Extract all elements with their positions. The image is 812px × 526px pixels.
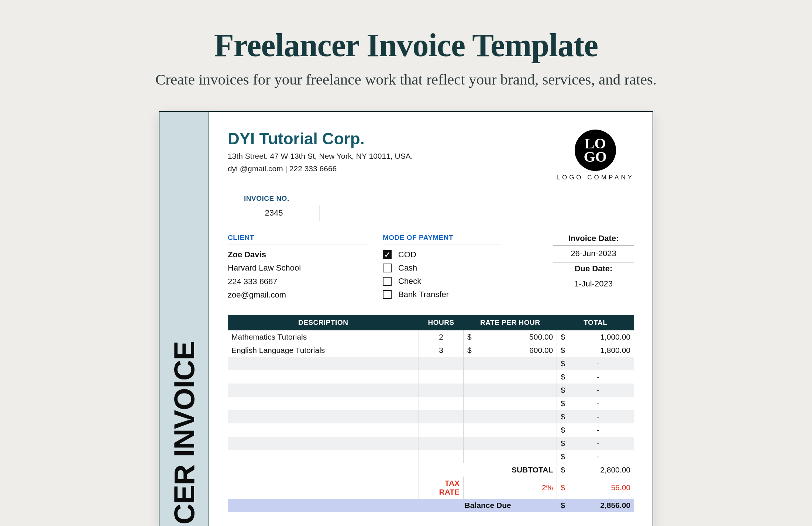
subtotal-value: $2,800.00 [557, 463, 634, 477]
payment-options: ✓CODCashCheckBank Transfer [383, 248, 501, 301]
payment-option[interactable]: Cash [383, 261, 501, 275]
cell-description [228, 384, 419, 397]
cell-hours [419, 450, 463, 463]
items-table: DESCRIPTION HOURS RATE PER HOUR TOTAL Ma… [228, 315, 634, 512]
tax-pct: 2% [464, 477, 557, 499]
table-row: $- [228, 423, 634, 437]
cell-hours [419, 437, 463, 450]
payment-option[interactable]: Bank Transfer [383, 288, 501, 301]
cell-hours: 3 [419, 344, 463, 357]
cell-rate [464, 357, 557, 370]
cell-total: $1,800.00 [557, 344, 634, 357]
cell-total: $- [557, 423, 634, 437]
invoice-no-value: 2345 [228, 205, 320, 221]
side-rail-label: FREELANCER INVOICE [167, 341, 201, 526]
cell-total: $- [557, 370, 634, 384]
cell-hours [419, 384, 463, 397]
table-row: $- [228, 357, 634, 370]
client-phone: 224 333 6667 [228, 275, 368, 288]
cell-hours [419, 370, 463, 384]
cell-description [228, 370, 419, 384]
logo-icon: LO GO [575, 130, 616, 171]
th-total: TOTAL [557, 315, 634, 330]
cell-description [228, 410, 419, 423]
cell-description [228, 450, 419, 463]
table-row: $- [228, 410, 634, 423]
payment-option[interactable]: ✓COD [383, 248, 501, 261]
cell-total: $1,000.00 [557, 330, 634, 344]
payment-option-label: Check [398, 275, 421, 288]
tax-value: $56.00 [557, 477, 634, 499]
cell-hours [419, 357, 463, 370]
th-rate: RATE PER HOUR [464, 315, 557, 330]
client-label: CLIENT [228, 234, 368, 244]
balance-value: $2,856.00 [557, 499, 634, 512]
checkbox-icon[interactable] [383, 290, 392, 299]
cell-total: $- [557, 437, 634, 450]
cell-rate [464, 437, 557, 450]
table-row: Mathematics Tutorials2$500.00$1,000.00 [228, 330, 634, 344]
tax-label: TAX RATE [419, 477, 463, 499]
cell-rate [464, 450, 557, 463]
cell-description: English Language Tutorials [228, 344, 419, 357]
table-row: English Language Tutorials3$600.00$1,800… [228, 344, 634, 357]
cell-rate [464, 370, 557, 384]
logo-block: LO GO LOGO COMPANY [556, 130, 634, 181]
cell-description [228, 357, 419, 370]
cell-rate [464, 410, 557, 423]
company-name: DYI Tutorial Corp. [228, 130, 413, 148]
cell-total: $- [557, 357, 634, 370]
cell-rate [464, 397, 557, 410]
checkbox-icon[interactable] [383, 277, 392, 286]
cell-rate [464, 384, 557, 397]
cell-rate: $500.00 [464, 330, 557, 344]
cell-hours [419, 410, 463, 423]
client-email: zoe@gmail.com [228, 288, 368, 302]
table-row: $- [228, 397, 634, 410]
table-row: $- [228, 384, 634, 397]
payment-option-label: Cash [398, 261, 417, 275]
cell-description [228, 397, 419, 410]
invoice-date-label: Invoice Date: [553, 234, 634, 246]
cell-description [228, 423, 419, 437]
table-row: $- [228, 370, 634, 384]
cell-total: $- [557, 450, 634, 463]
th-hours: HOURS [419, 315, 463, 330]
cell-rate: $600.00 [464, 344, 557, 357]
cell-rate [464, 423, 557, 437]
cell-description [228, 437, 419, 450]
client-org: Harvard Law School [228, 261, 368, 275]
cell-total: $- [557, 384, 634, 397]
client-name: Zoe Davis [228, 248, 368, 261]
payment-option[interactable]: Check [383, 275, 501, 288]
cell-total: $- [557, 397, 634, 410]
cell-hours [419, 397, 463, 410]
company-block: DYI Tutorial Corp. 13th Street. 47 W 13t… [228, 130, 413, 173]
company-address: 13th Street. 47 W 13th St, New York, NY … [228, 152, 413, 161]
side-rail: FREELANCER INVOICE [159, 112, 209, 526]
table-row: $- [228, 437, 634, 450]
th-description: DESCRIPTION [228, 315, 419, 330]
cell-hours [419, 423, 463, 437]
balance-label: Balance Due [419, 499, 557, 512]
table-row: $- [228, 450, 634, 463]
page-subtitle: Create invoices for your freelance work … [0, 71, 812, 88]
invoice-date-value: 26-Jun-2023 [553, 246, 634, 262]
cell-total: $- [557, 410, 634, 423]
logo-caption: LOGO COMPANY [556, 174, 634, 181]
due-date-label: Due Date: [553, 264, 634, 276]
payment-option-label: COD [398, 248, 416, 261]
cell-description: Mathematics Tutorials [228, 330, 419, 344]
payment-label: MODE OF PAYMENT [383, 234, 501, 244]
checkbox-icon[interactable] [383, 264, 392, 272]
checkbox-icon[interactable]: ✓ [383, 250, 392, 259]
invoice-document: FREELANCER INVOICE DYI Tutorial Corp. 13… [159, 111, 653, 526]
cell-hours: 2 [419, 330, 463, 344]
page-title: Freelancer Invoice Template [0, 27, 812, 64]
due-date-value: 1-Jul-2023 [553, 276, 634, 292]
subtotal-label: SUBTOTAL [419, 463, 557, 477]
company-contact: dyi @gmail.com | 222 333 6666 [228, 164, 413, 173]
payment-option-label: Bank Transfer [398, 288, 449, 301]
invoice-no-label: INVOICE NO. [244, 195, 634, 203]
